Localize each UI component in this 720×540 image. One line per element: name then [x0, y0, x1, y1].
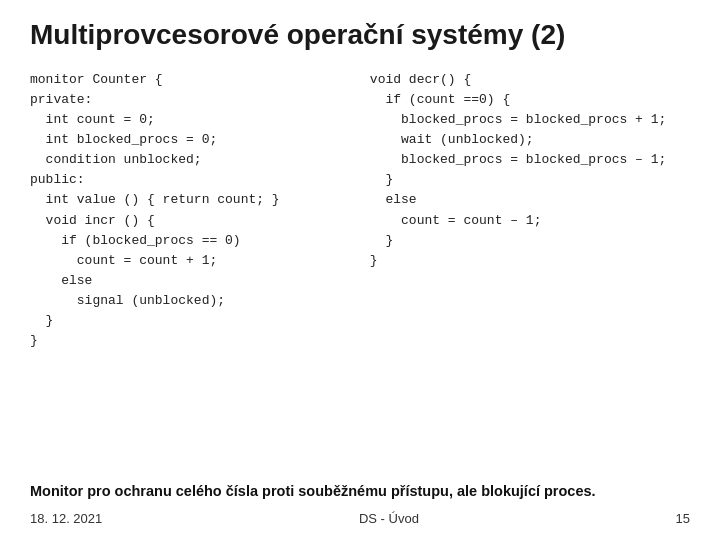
footer-note: Monitor pro ochranu celého čísla proti s… [30, 482, 690, 501]
code-left: monitor Counter { private: int count = 0… [30, 70, 360, 475]
code-area: monitor Counter { private: int count = 0… [30, 70, 690, 475]
page-number: 15 [676, 511, 690, 526]
code-right: void decr() { if (count ==0) { blocked_p… [360, 70, 690, 475]
course-label: DS - Úvod [359, 511, 419, 526]
slide-page: Multiprovcesorové operační systémy (2) m… [0, 0, 720, 540]
bottom-bar: 18. 12. 2021 DS - Úvod 15 [30, 511, 690, 526]
slide-title: Multiprovcesorové operační systémy (2) [30, 18, 690, 52]
date-label: 18. 12. 2021 [30, 511, 102, 526]
